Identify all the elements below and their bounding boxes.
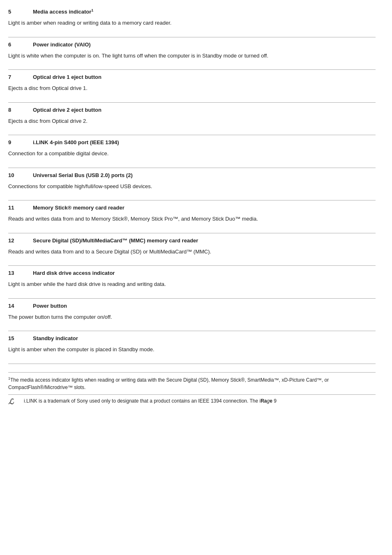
section-number-15: 15	[8, 335, 33, 341]
section-body-8: Ejects a disc from Optical drive 2.	[8, 117, 376, 125]
section-divider-after-9	[8, 168, 376, 168]
section-number-13: 13	[8, 270, 33, 276]
section-body-7: Ejects a disc from Optical drive 1.	[8, 84, 376, 92]
section-number-7: 7	[8, 74, 33, 80]
section-6: 6Power indicator (VAIO)Light is white wh…	[8, 41, 376, 60]
ilink-text: i.LINK is a trademark of Sony used only …	[24, 397, 277, 405]
section-number-6: 6	[8, 41, 33, 48]
section-number-8: 8	[8, 107, 33, 113]
section-8: 8Optical drive 2 eject buttonEjects a di…	[8, 107, 376, 125]
section-divider-after-8	[8, 135, 376, 135]
section-body-11: Reads and writes data from and to Memory…	[8, 215, 376, 223]
section-body-13: Light is amber while the hard disk drive…	[8, 280, 376, 288]
ilink-icon: ℒ	[8, 397, 21, 406]
section-14: 14Power buttonThe power button turns the…	[8, 303, 376, 321]
section-15: 15Standby indicatorLight is amber when t…	[8, 335, 376, 354]
section-title-11: Memory Stick® memory card reader	[33, 205, 125, 211]
section-divider-after-11	[8, 233, 376, 233]
section-title-14: Power button	[33, 303, 67, 309]
footnote-ilink: ℒ i.LINK is a trademark of Sony used onl…	[8, 394, 376, 406]
section-number-12: 12	[8, 237, 33, 244]
section-title-12: Secure Digital (SD)/MultiMediaCard™ (MMC…	[33, 237, 198, 244]
section-number-10: 10	[8, 172, 33, 178]
section-12: 12Secure Digital (SD)/MultiMediaCard™ (M…	[8, 237, 376, 256]
section-divider-after-7	[8, 102, 376, 103]
footnote-1-text: The media access indicator lights when r…	[8, 377, 329, 390]
section-10: 10Universal Serial Bus (USB 2.0) ports (…	[8, 172, 376, 191]
section-title-6: Power indicator (VAIO)	[33, 41, 91, 48]
section-divider-after-15	[8, 364, 376, 364]
section-divider-after-10	[8, 200, 376, 200]
section-title-5: Media access indicator1	[33, 8, 93, 15]
section-7: 7Optical drive 1 eject buttonEjects a di…	[8, 74, 376, 92]
section-title-9: i.LINK 4-pin S400 port (IEEE 1394)	[33, 139, 119, 145]
section-divider-after-5	[8, 37, 376, 37]
section-body-12: Reads and writes data from and to a Secu…	[8, 248, 376, 256]
section-title-10: Universal Serial Bus (USB 2.0) ports (2)	[33, 172, 133, 178]
section-body-5: Light is amber when reading or writing d…	[8, 19, 376, 27]
section-number-11: 11	[8, 205, 33, 211]
section-5: 5Media access indicator1Light is amber w…	[8, 8, 376, 27]
section-divider-after-14	[8, 331, 376, 331]
section-title-8: Optical drive 2 eject button	[33, 107, 101, 113]
section-body-9: Connection for a compatible digital devi…	[8, 150, 376, 158]
section-body-15: Light is amber when the computer is plac…	[8, 345, 376, 354]
section-divider-after-12	[8, 265, 376, 266]
section-number-14: 14	[8, 303, 33, 309]
section-body-6: Light is white when the computer is on. …	[8, 52, 376, 60]
section-divider-after-13	[8, 298, 376, 299]
section-number-5: 5	[8, 9, 33, 15]
section-13: 13Hard disk drive access indicatorLight …	[8, 270, 376, 288]
section-body-14: The power button turns the computer on/o…	[8, 313, 376, 321]
section-number-9: 9	[8, 139, 33, 145]
section-9: 9i.LINK 4-pin S400 port (IEEE 1394)Conne…	[8, 139, 376, 158]
section-title-15: Standby indicator	[33, 335, 78, 341]
footnote-1: 1The media access indicator lights when …	[8, 372, 376, 391]
section-title-7: Optical drive 1 eject button	[33, 74, 101, 80]
section-body-10: Connections for compatible high/full/low…	[8, 182, 376, 191]
section-divider-after-6	[8, 69, 376, 70]
section-11: 11Memory Stick® memory card readerReads …	[8, 205, 376, 223]
section-title-13: Hard disk drive access indicator	[33, 270, 115, 276]
